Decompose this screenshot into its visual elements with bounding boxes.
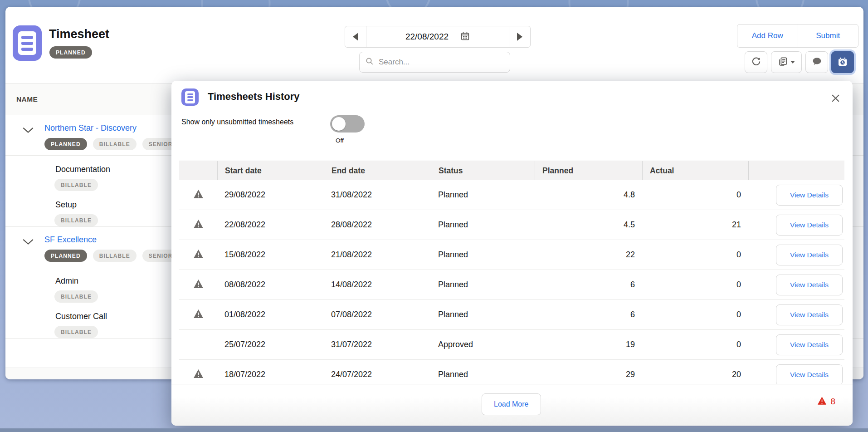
timesheets-history-modal: Timesheets History Show only unsubmitted… [171,81,853,426]
status-badge: BILLABLE [54,214,98,226]
end-date-cell: 31/08/2022 [324,190,431,200]
column-header-actual: Actual [642,161,748,180]
timesheets-history-icon [181,88,199,106]
previous-week-button[interactable] [345,26,366,47]
refresh-icon [751,56,761,68]
actual-hours-cell: 0 [642,250,748,260]
actual-hours-cell: 0 [642,190,748,200]
chevron-down-icon [790,61,795,66]
start-date-cell: 01/08/2022 [217,310,324,319]
toggle-knob [332,117,346,131]
planned-hours-cell: 19 [535,340,642,349]
status-cell: Planned [431,250,535,260]
status-cell: Planned [431,280,535,290]
primary-actions: Add Row Submit [737,24,858,48]
chevron-down-icon[interactable] [23,127,34,135]
planned-hours-cell: 6 [535,310,642,319]
task-name: Documentation [55,165,110,174]
modal-footer: Load More 8 [171,384,853,426]
actual-hours-cell: 20 [642,370,748,379]
close-button[interactable] [828,92,843,106]
timesheets-history-button[interactable] [831,51,854,73]
view-details-button[interactable]: View Details [776,364,843,384]
timesheet-status-badge: PLANNED [49,46,92,59]
history-table-header: Start date End date Status Planned Actua… [179,161,844,180]
toggle-state-label: Off [336,137,344,144]
project-link[interactable]: Northern Star - Discovery [44,123,137,133]
unsubmitted-toggle[interactable] [330,115,365,133]
add-row-button[interactable]: Add Row [737,25,798,47]
end-date-cell: 07/08/2022 [324,310,431,319]
actual-hours-cell: 21 [642,220,748,230]
copy-rows-button[interactable] [771,51,802,73]
planned-hours-cell: 29 [535,370,642,379]
status-badge: PLANNED [44,138,87,150]
unsubmitted-toggle-label: Show only unsubmitted timesheets [181,118,293,126]
start-date-cell: 08/08/2022 [217,280,324,290]
project-badges: PLANNEDBILLABLESENIOR [44,250,179,262]
status-badge: BILLABLE [54,326,98,338]
history-table-row: 15/08/2022 21/08/2022 Planned 22 0 View … [179,240,844,270]
start-date-cell: 29/08/2022 [217,190,324,200]
history-table-row: 29/08/2022 31/08/2022 Planned 4.8 0 View… [179,180,844,210]
task-name: Setup [55,200,77,210]
error-warning-icon [817,396,827,407]
view-details-button[interactable]: View Details [776,304,843,325]
actions-column-header [748,161,844,180]
warning-column-header [179,161,217,180]
status-badge: PLANNED [44,250,87,262]
column-header-status: Status [431,161,535,180]
name-header-label: NAME [16,95,38,103]
planned-hours-cell: 4.5 [535,220,642,230]
view-details-button[interactable]: View Details [776,334,843,355]
load-more-button[interactable]: Load More [482,393,541,415]
status-badge: BILLABLE [93,250,137,262]
task-name: Admin [55,276,78,286]
error-count: 8 [830,397,835,407]
start-date-cell: 15/08/2022 [217,250,324,260]
warning-icon [193,249,204,261]
submit-button[interactable]: Submit [798,25,858,47]
end-date-cell: 24/07/2022 [324,370,431,379]
status-cell: Planned [431,220,535,230]
chat-icon [812,56,822,68]
view-details-button[interactable]: View Details [776,245,843,265]
start-date-cell: 25/07/2022 [217,340,324,349]
project-link[interactable]: SF Excellence [44,235,97,245]
view-details-button[interactable]: View Details [776,185,843,206]
status-cell: Planned [431,190,535,200]
history-table-row: 22/08/2022 28/08/2022 Planned 4.5 21 Vie… [179,210,844,240]
close-icon [831,93,840,104]
date-picker-field[interactable]: 22/08/2022 [366,26,509,47]
error-summary: 8 [817,396,835,407]
end-date-cell: 14/08/2022 [324,280,431,290]
right-triangle-icon [517,33,522,41]
task-badges: BILLABLE [54,326,98,338]
view-details-button[interactable]: View Details [776,275,843,295]
warning-icon [193,369,204,381]
column-header-planned: Planned [535,161,642,180]
chevron-down-icon[interactable] [23,239,34,247]
warning-icon [193,279,204,291]
view-details-button[interactable]: View Details [776,215,843,236]
date-navigation: 22/08/2022 [345,26,531,48]
modal-title: Timesheets History [208,91,300,103]
calendar-icon [460,31,470,43]
history-table-body: 29/08/2022 31/08/2022 Planned 4.8 0 View… [179,180,844,384]
search-input[interactable] [379,58,504,67]
calendar-clock-icon [837,56,848,69]
search-icon [365,57,374,68]
status-cell: Approved [431,340,535,349]
status-badge: BILLABLE [54,290,98,303]
warning-icon [193,309,204,321]
status-badge: BILLABLE [93,138,137,150]
refresh-button[interactable] [745,51,767,73]
search-box [359,52,510,73]
comments-button[interactable] [805,51,828,73]
history-table-row: 25/07/2022 31/07/2022 Approved 19 0 View… [179,330,844,360]
task-badges: BILLABLE [54,214,98,226]
next-week-button[interactable] [509,26,530,47]
current-date: 22/08/2022 [405,32,449,42]
warning-icon [193,219,204,231]
task-badges: BILLABLE [54,179,98,191]
